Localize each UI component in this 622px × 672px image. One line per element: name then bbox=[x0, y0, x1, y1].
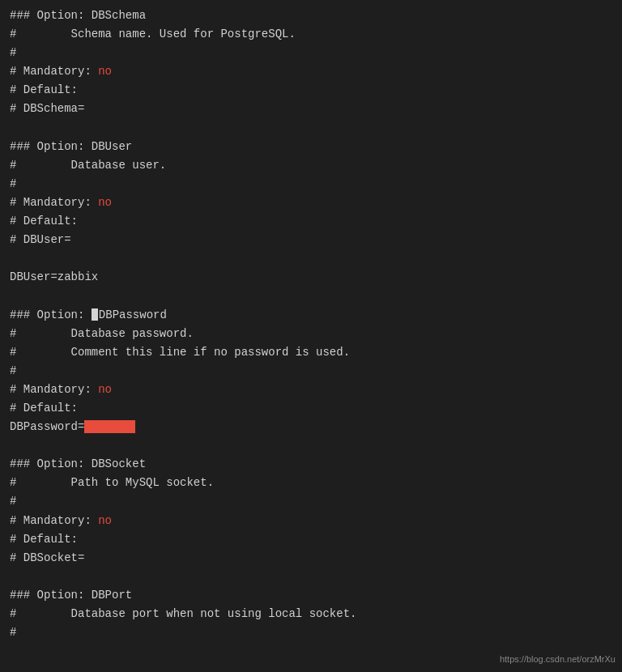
line-blank-2 bbox=[10, 249, 612, 268]
line-22: # Default: bbox=[10, 399, 612, 418]
line-10: # bbox=[10, 175, 612, 194]
line-19: # Comment this line if no password is us… bbox=[10, 343, 612, 362]
line-8: ### Option: DBUser bbox=[10, 138, 612, 156]
line-blank-4 bbox=[10, 436, 612, 455]
line-3: # bbox=[10, 44, 612, 62]
line-9: # Database user. bbox=[10, 156, 612, 175]
line-29: # Default: bbox=[10, 530, 612, 549]
line-34: # bbox=[10, 623, 612, 642]
line-blank-5 bbox=[10, 568, 612, 586]
line-6: # DBSchema= bbox=[10, 100, 612, 118]
line-5: # Default: bbox=[10, 81, 612, 100]
line-12: # Default: bbox=[10, 212, 612, 231]
line-25: ### Option: DBSocket bbox=[10, 455, 612, 474]
line-blank-3 bbox=[10, 287, 612, 305]
line-20: # bbox=[10, 362, 612, 381]
line-13: # DBUser= bbox=[10, 231, 612, 249]
line-2: # Schema name. Used for PostgreSQL. bbox=[10, 25, 612, 44]
line-blank-1 bbox=[10, 119, 612, 138]
line-33: # Database port when not using local soc… bbox=[10, 605, 612, 623]
watermark-text: https://blog.csdn.net/orzMrXu bbox=[500, 653, 616, 667]
line-23: DBPassword=zabbix1 bbox=[10, 418, 612, 436]
line-15: DBUser=zabbix bbox=[10, 268, 612, 287]
line-27: # bbox=[10, 492, 612, 511]
line-32: ### Option: DBPort bbox=[10, 586, 612, 605]
line-26: # Path to MySQL socket. bbox=[10, 474, 612, 492]
line-30: # DBSocket= bbox=[10, 549, 612, 568]
redacted-value: zabbix1 bbox=[84, 420, 135, 433]
line-18: # Database password. bbox=[10, 325, 612, 343]
line-28: # Mandatory: no bbox=[10, 512, 612, 530]
line-11: # Mandatory: no bbox=[10, 194, 612, 212]
cursor bbox=[92, 308, 98, 321]
line-17: ### Option: DBPassword bbox=[10, 306, 612, 325]
line-4: # Mandatory: no bbox=[10, 62, 612, 81]
line-1: ### Option: DBSchema bbox=[10, 6, 612, 25]
line-21: # Mandatory: no bbox=[10, 381, 612, 399]
code-viewer: ### Option: DBSchema # Schema name. Used… bbox=[0, 0, 622, 672]
